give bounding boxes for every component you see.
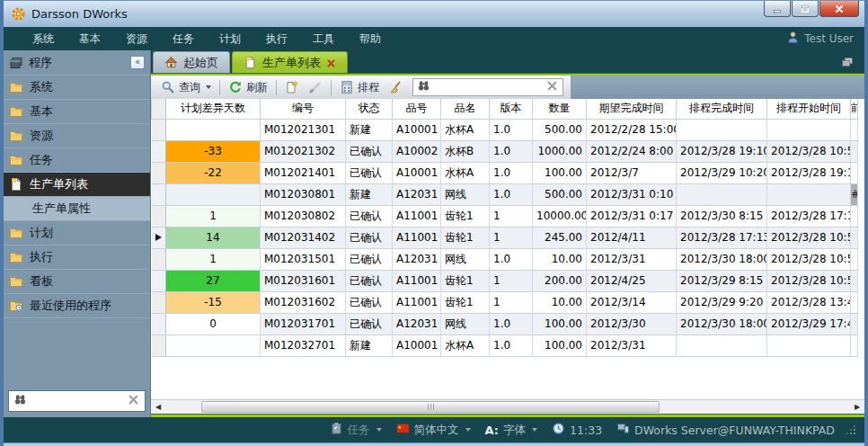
cell[interactable]: A10001 <box>393 334 441 356</box>
table-row[interactable]: 14M012031402已确认A11001齿轮11245.002012/4/11… <box>152 227 858 248</box>
sidebar-item[interactable]: 生产单属性 <box>4 197 150 221</box>
scroll-right-arrow-icon[interactable]: ▶ <box>852 402 863 413</box>
cell[interactable]: M012030802 <box>261 205 346 227</box>
cell[interactable]: 1.0 <box>490 140 533 162</box>
cell[interactable]: A11001 <box>393 270 441 291</box>
column-header[interactable]: 排程开始时间 <box>767 99 851 119</box>
cell[interactable]: 新建 <box>346 334 393 356</box>
cell[interactable]: 2012/4/25 <box>587 270 677 291</box>
cell[interactable]: M012021401 <box>261 162 346 183</box>
cell-overflow[interactable] <box>851 227 858 248</box>
cell[interactable]: 新建 <box>346 183 393 205</box>
status-language-menu[interactable]: 简体中文 <box>392 422 475 438</box>
cell[interactable]: 2012/3/30 18:00 <box>677 248 767 270</box>
cell-overflow[interactable] <box>851 205 858 227</box>
toolbar-search-clear-icon[interactable] <box>545 79 559 95</box>
column-header[interactable]: 计划差异天数 <box>166 99 261 119</box>
new-doc-button[interactable] <box>280 78 304 96</box>
sidebar-search-clear-icon[interactable] <box>127 393 140 409</box>
sidebar-item[interactable]: 系统 <box>4 76 150 100</box>
menu-item[interactable]: 资源 <box>113 27 160 50</box>
tab-active[interactable]: 生产单列表 <box>232 51 348 73</box>
cell-overflow[interactable]: # <box>851 183 858 205</box>
table-row[interactable]: M012032701新建A10001水杯A1.0100.002012/3/31 <box>152 334 858 356</box>
table-row[interactable]: -15M012031602已确认A11001齿轮1110.002012/3/14… <box>152 291 858 313</box>
cell[interactable]: 2012/3/28 17:13 <box>677 227 767 248</box>
cell[interactable]: 水杯A <box>441 334 490 356</box>
cell[interactable]: 10.00 <box>533 291 587 313</box>
cell[interactable]: 200.00 <box>533 270 587 291</box>
cell[interactable]: 2012/3/28 19:10 <box>767 162 851 183</box>
column-header[interactable]: 版本 <box>490 99 533 119</box>
menu-item[interactable]: 任务 <box>160 27 207 50</box>
cell[interactable]: 14 <box>166 227 261 248</box>
cell[interactable]: 0 <box>166 313 261 334</box>
cell[interactable]: -33 <box>166 140 261 162</box>
sidebar-item[interactable]: 计划 <box>4 221 150 245</box>
magnifier-button[interactable]: 查询 <box>156 78 216 97</box>
cell-overflow[interactable] <box>851 162 858 183</box>
menu-item[interactable]: 帮助 <box>347 27 394 50</box>
cell[interactable]: 2012/3/28 10:52 <box>767 248 851 270</box>
tab-list-icon[interactable] <box>839 56 855 68</box>
cell[interactable]: 2012/3/30 18:00 <box>677 313 767 334</box>
cell[interactable]: 新建 <box>346 119 393 140</box>
table-row[interactable]: M012021301新建A10001水杯A1.0500.002012/2/28 … <box>152 119 858 140</box>
cell-overflow[interactable] <box>851 119 858 140</box>
cell[interactable]: 1.0 <box>490 183 533 205</box>
close-button[interactable] <box>819 1 859 17</box>
cell[interactable]: 已确认 <box>346 313 393 334</box>
row-selector[interactable] <box>152 140 166 162</box>
cell-overflow[interactable] <box>851 248 858 270</box>
cell[interactable]: 1 <box>490 291 533 313</box>
tab-close-icon[interactable] <box>326 58 336 67</box>
cell[interactable]: 245.00 <box>533 227 587 248</box>
cell[interactable]: 1 <box>166 248 261 270</box>
row-selector[interactable] <box>152 291 166 313</box>
table-row[interactable]: 1M012031501已确认A12031网线1.010.002012/3/312… <box>152 248 858 270</box>
cell-overflow[interactable] <box>851 313 858 334</box>
scrollbar-thumb[interactable] <box>201 401 660 413</box>
status-task-menu[interactable]: 任务 <box>325 422 386 438</box>
column-header[interactable]: 期望完成时间 <box>587 99 677 119</box>
cell[interactable]: 水杯B <box>441 140 490 162</box>
cell[interactable]: 2012/2/24 8:00 <box>587 140 677 162</box>
cell[interactable]: 1 <box>166 205 261 227</box>
minimize-button[interactable] <box>764 1 791 17</box>
cell[interactable] <box>166 119 261 140</box>
sidebar-item[interactable]: 执行 <box>4 245 150 270</box>
status-font-menu[interactable]: A: 字体 <box>481 423 543 438</box>
cell[interactable]: 2012/3/29 9:20 <box>677 291 767 313</box>
cell-overflow[interactable] <box>851 291 858 313</box>
row-selector[interactable] <box>152 227 166 248</box>
row-selector[interactable] <box>152 334 166 356</box>
cell-overflow[interactable] <box>851 334 858 356</box>
cell[interactable]: 1.0 <box>490 334 533 356</box>
resize-grip[interactable] <box>846 425 855 434</box>
menu-item[interactable]: 系统 <box>20 27 66 50</box>
row-selector[interactable] <box>152 270 166 291</box>
cell[interactable]: 网线 <box>441 183 490 205</box>
cell[interactable]: A12031 <box>393 313 441 334</box>
refresh-button[interactable]: 刷新 <box>224 78 272 97</box>
column-header[interactable]: 编号 <box>261 99 346 119</box>
cell[interactable] <box>767 183 851 205</box>
row-selector[interactable] <box>152 119 166 140</box>
sidebar-collapse-button[interactable]: « <box>130 56 145 69</box>
cell[interactable]: 2012/3/28 10:52 <box>767 227 851 248</box>
cell[interactable]: A12031 <box>393 183 441 205</box>
cell[interactable] <box>166 183 261 205</box>
cell[interactable]: 2012/3/28 13:40 <box>767 291 851 313</box>
cell[interactable]: 1.0 <box>490 313 533 334</box>
menu-item[interactable]: 工具 <box>300 27 347 50</box>
cell[interactable]: A11001 <box>393 227 441 248</box>
cell[interactable]: M012031501 <box>261 248 346 270</box>
column-header-partial[interactable]: 前 <box>851 99 858 119</box>
cell[interactable]: 1 <box>490 227 533 248</box>
cell[interactable]: 已确认 <box>346 162 393 183</box>
table-row[interactable]: M012030801新建A12031网线1.0500.002012/3/31 0… <box>152 183 858 205</box>
cell[interactable] <box>767 334 851 356</box>
cell[interactable]: M012021301 <box>261 119 346 140</box>
cell[interactable]: 2012/3/28 17:13 <box>767 205 851 227</box>
tab-inactive[interactable]: 起始页 <box>153 51 230 73</box>
